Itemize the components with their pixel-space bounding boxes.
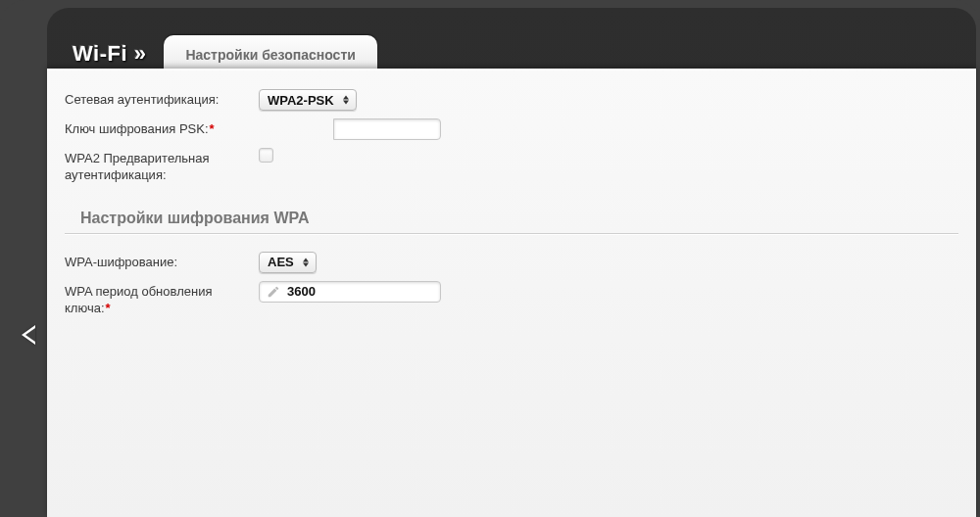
input-wpa-renew[interactable]	[259, 281, 441, 303]
chevron-updown-icon	[342, 96, 350, 105]
divider	[65, 233, 958, 234]
chevron-updown-icon	[302, 258, 310, 266]
label-network-auth: Сетевая аутентификация:	[65, 89, 259, 109]
label-psk-key: Ключ шифрования PSK:*	[65, 118, 259, 138]
settings-panel: Сетевая аутентификация: WPA2-PSK Ключ ши…	[47, 69, 976, 517]
checkbox-wpa2-preauth[interactable]	[259, 148, 273, 163]
select-wpa-cipher-value: AES	[268, 255, 294, 269]
required-mark: *	[210, 121, 215, 136]
label-wpa-cipher: WPA-шифрование:	[65, 252, 259, 271]
page-title: Wi-Fi »	[73, 41, 146, 67]
required-mark: *	[106, 301, 111, 315]
pencil-icon	[267, 285, 280, 299]
input-psk-key[interactable]	[333, 118, 441, 140]
select-wpa-cipher[interactable]: AES	[259, 252, 317, 273]
sidebar-toggle-arrow[interactable]	[22, 325, 35, 345]
tab-label: Настройки безопасности	[185, 47, 355, 63]
select-network-auth-value: WPA2-PSK	[268, 93, 334, 108]
label-wpa2-preauth: WPA2 Предварительная аутентификация:	[65, 148, 259, 184]
select-network-auth[interactable]: WPA2-PSK	[259, 89, 357, 111]
label-wpa-renew: WPA период обновления ключа:*	[65, 281, 259, 317]
section-title-wpa: Настройки шифрования WPA	[80, 210, 958, 227]
